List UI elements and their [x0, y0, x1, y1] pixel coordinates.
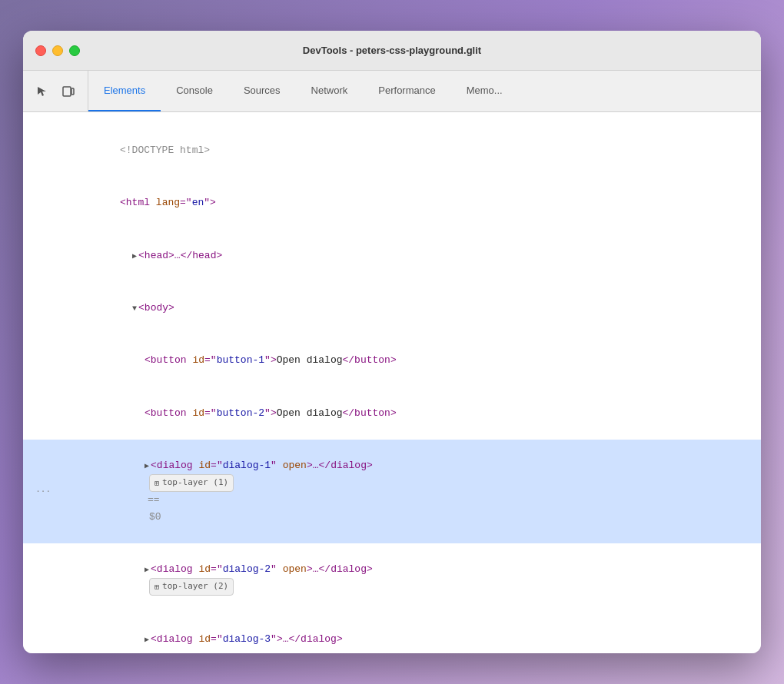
- line-content: <html lang="en">: [54, 178, 761, 228]
- elements-panel: <!DOCTYPE html> <html lang="en"> ▶<head>…: [23, 112, 761, 653]
- tree-line[interactable]: ▶<dialog id="dialog-2" open>…</dialog> ⊞…: [23, 543, 761, 613]
- tree-line[interactable]: <html lang="en">: [23, 177, 761, 229]
- close-button[interactable]: [35, 45, 46, 56]
- line-content: <!DOCTYPE html>: [54, 125, 761, 176]
- line-content: ▶<dialog id="dialog-2" open>…</dialog> ⊞…: [54, 544, 761, 613]
- tabs: Elements Console Sources Network Perform…: [88, 71, 761, 111]
- triangle-icon[interactable]: ▶: [132, 250, 137, 263]
- maximize-button[interactable]: [69, 45, 80, 56]
- devtools-window: DevTools - peters-css-playground.glit El…: [23, 31, 761, 653]
- window-title: DevTools - peters-css-playground.glit: [303, 45, 481, 56]
- tree-line[interactable]: ▶<head>…</head>: [23, 230, 761, 282]
- dollar-zero: $0: [149, 511, 161, 523]
- html-tree: <!DOCTYPE html> <html lang="en"> ▶<head>…: [23, 121, 761, 653]
- toolbar-icons: [23, 71, 88, 111]
- minimize-button[interactable]: [52, 45, 63, 56]
- tab-performance[interactable]: Performance: [363, 71, 450, 111]
- line-content: <button id="button-1">Open dialog</butto…: [54, 335, 761, 386]
- top-layer-badge-1[interactable]: ⊞top-layer (1): [149, 474, 234, 492]
- triangle-icon[interactable]: ▶: [145, 563, 149, 576]
- tab-console[interactable]: Console: [161, 71, 228, 111]
- line-dots: ···: [23, 484, 54, 499]
- triangle-icon[interactable]: ▶: [145, 633, 149, 646]
- tree-line[interactable]: <button id="button-2">Open dialog</butto…: [23, 387, 761, 439]
- triangle-icon[interactable]: ▼: [132, 302, 137, 315]
- tab-network[interactable]: Network: [296, 71, 364, 111]
- tab-memory[interactable]: Memo...: [451, 71, 518, 111]
- svg-rect-0: [63, 87, 71, 96]
- title-bar: DevTools - peters-css-playground.glit: [23, 31, 761, 71]
- tab-sources[interactable]: Sources: [228, 71, 296, 111]
- svg-rect-1: [71, 88, 74, 95]
- tree-line[interactable]: ▶<dialog id="dialog-3">…</dialog>: [23, 613, 761, 653]
- tab-elements[interactable]: Elements: [88, 71, 161, 111]
- traffic-lights: [35, 45, 80, 56]
- line-content: ▶<head>…</head>: [54, 231, 761, 281]
- triangle-icon[interactable]: ▶: [145, 460, 149, 473]
- top-layer-badge-2[interactable]: ⊞top-layer (2): [149, 578, 234, 596]
- devtools-toolbar: Elements Console Sources Network Perform…: [23, 71, 761, 112]
- line-content: ▶<dialog id="dialog-1" open>…</dialog> ⊞…: [54, 440, 761, 543]
- tree-line[interactable]: <button id="button-1">Open dialog</butto…: [23, 334, 761, 387]
- tree-line[interactable]: ▼<body>: [23, 282, 761, 334]
- line-content: ▼<body>: [54, 283, 761, 334]
- equals-sign: ==: [148, 494, 160, 506]
- doctype-text: <!DOCTYPE html>: [120, 144, 210, 156]
- line-content: ▶<dialog id="dialog-3">…</dialog>: [54, 614, 761, 653]
- tree-line[interactable]: <!DOCTYPE html>: [23, 125, 761, 177]
- line-content: <button id="button-2">Open dialog</butto…: [54, 387, 761, 438]
- device-icon[interactable]: [58, 81, 78, 101]
- selected-tree-line[interactable]: ··· ▶<dialog id="dialog-1" open>…</dialo…: [23, 440, 761, 543]
- cursor-icon[interactable]: [32, 81, 52, 101]
